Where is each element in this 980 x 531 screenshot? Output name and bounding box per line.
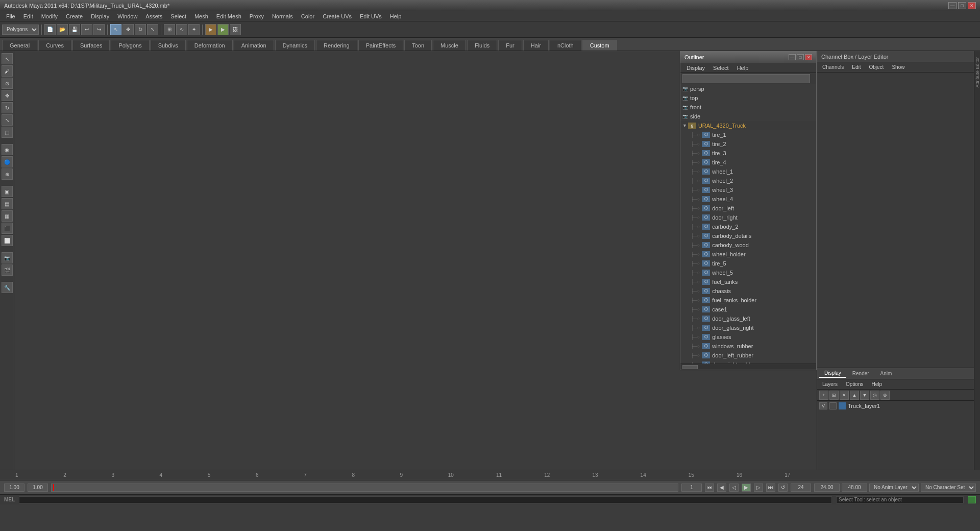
le-new-layer-btn[interactable]: +: [819, 391, 828, 400]
outliner-item-carbody2[interactable]: ├─○ ⬡ carbody_2: [680, 222, 816, 231]
save-button[interactable]: 💾: [69, 24, 80, 35]
le-tab-anim[interactable]: Anim: [875, 370, 897, 377]
outliner-minimize[interactable]: —: [789, 54, 796, 60]
cb-menu-show[interactable]: Show: [889, 63, 908, 71]
tab-polygons[interactable]: Polygons: [111, 40, 149, 51]
menu-help[interactable]: Help: [386, 12, 406, 20]
move-btn[interactable]: ✥: [2, 90, 13, 101]
paint-select-btn[interactable]: 🖌: [2, 65, 13, 77]
outliner-item-wheel5[interactable]: ├─○ ⬡ wheel_5: [680, 268, 816, 277]
outliner-item-wheel1[interactable]: ├─○ ⬡ wheel_1: [680, 167, 816, 176]
timeline-track[interactable]: [51, 484, 678, 492]
undo-button[interactable]: ↩: [81, 24, 92, 35]
outliner-item-carbody-details[interactable]: ├─○ ⬡ carbody_details: [680, 231, 816, 240]
char-set-select[interactable]: No Character Set: [921, 484, 976, 492]
snap-grid-btn[interactable]: ⊞: [164, 24, 175, 35]
menu-display[interactable]: Display: [87, 12, 113, 20]
new-scene-button[interactable]: 📄: [44, 24, 56, 35]
render-btn[interactable]: ▶: [205, 24, 216, 35]
step-back-btn[interactable]: ◀: [717, 484, 726, 492]
tab-toon[interactable]: Toon: [404, 40, 432, 51]
outliner-item-tire1[interactable]: ├─○ ⬡ tire_1: [680, 130, 816, 139]
cb-menu-channels[interactable]: Channels: [819, 63, 847, 71]
select-mode-btn[interactable]: ↖: [2, 53, 13, 64]
menu-file[interactable]: File: [2, 12, 19, 20]
outliner-item-fuel-tanks[interactable]: ├─○ ⬡ fuel_tanks: [680, 277, 816, 286]
menu-edit-mesh[interactable]: Edit Mesh: [212, 12, 246, 20]
maximize-button[interactable]: □: [958, 2, 966, 9]
menu-assets[interactable]: Assets: [141, 12, 166, 20]
outliner-item-persp[interactable]: 📷 persp: [680, 84, 816, 93]
tab-painteffects[interactable]: PaintEffects: [358, 40, 404, 51]
transform-btn[interactable]: ⬚: [2, 127, 13, 138]
snap-curve-btn[interactable]: ∿: [176, 24, 187, 35]
display-4[interactable]: ⬛: [2, 223, 13, 234]
outliner-item-case1[interactable]: ├─○ ⬡ case1: [680, 305, 816, 314]
outliner-menu-help[interactable]: Help: [733, 64, 753, 72]
hscroll-thumb[interactable]: [682, 365, 698, 369]
outliner-item-windows-rubber[interactable]: ├─○ ⬡ windows_rubber: [680, 342, 816, 351]
le-tab-display[interactable]: Display: [819, 369, 846, 378]
display-render-btn[interactable]: 🖼: [230, 24, 241, 35]
tab-custom[interactable]: Custom: [582, 40, 617, 51]
outliner-item-glasses[interactable]: ├─○ ⬡ glasses: [680, 332, 816, 342]
display-5[interactable]: ⬜: [2, 235, 13, 246]
mode-select[interactable]: Polygons: [2, 25, 39, 35]
outliner-item-wheel4[interactable]: ├─○ ⬡ wheel_4: [680, 195, 816, 204]
menu-normals[interactable]: Normals: [268, 12, 297, 20]
outliner-search-input[interactable]: [682, 74, 810, 83]
snap-point-btn[interactable]: ✦: [188, 24, 200, 35]
tab-fur[interactable]: Fur: [498, 40, 522, 51]
le-menu-help[interactable]: Help: [868, 380, 885, 388]
render-region-btn[interactable]: 📷: [2, 252, 13, 263]
go-to-start-btn[interactable]: ⏮: [705, 484, 714, 492]
menu-modify[interactable]: Modify: [37, 12, 62, 20]
sculpt-btn[interactable]: 🔵: [2, 156, 13, 167]
menu-mesh[interactable]: Mesh: [190, 12, 212, 20]
menu-color[interactable]: Color: [297, 12, 318, 20]
outliner-item-door-right-rubber[interactable]: ├─○ ⬡ door_right_rubber: [680, 360, 816, 364]
tab-curves[interactable]: Curves: [38, 40, 71, 51]
display-2[interactable]: ▤: [2, 198, 13, 209]
menu-create[interactable]: Create: [62, 12, 87, 20]
select-tool-btn[interactable]: ↖: [110, 24, 121, 35]
outliner-item-wheel-holder[interactable]: ├─○ ⬡ wheel_holder: [680, 250, 816, 259]
layer-item-truck[interactable]: V Truck_layer1: [817, 401, 980, 411]
le-select-objects-btn[interactable]: ◎: [870, 391, 879, 400]
mel-input[interactable]: [19, 496, 832, 503]
outliner-item-fuel-tanks-holder[interactable]: ├─○ ⬡ fuel_tanks_holder: [680, 296, 816, 305]
outliner-maximize[interactable]: □: [797, 54, 804, 60]
outliner-item-front[interactable]: 📷 front: [680, 103, 816, 112]
tab-muscle[interactable]: Muscle: [433, 40, 466, 51]
le-menu-options[interactable]: Options: [843, 380, 866, 388]
layer-vis-btn[interactable]: V: [819, 402, 827, 409]
play-forward-btn[interactable]: ▶: [742, 484, 751, 492]
tab-animation[interactable]: Animation: [234, 40, 274, 51]
outliner-item-tire2[interactable]: ├─○ ⬡ tire_2: [680, 139, 816, 149]
outliner-item-side[interactable]: 📷 side: [680, 112, 816, 121]
outliner-item-ural-group[interactable]: ▼ g URAL_4320_Truck: [680, 121, 816, 130]
outliner-item-door-left[interactable]: ├─○ ⬡ door_left: [680, 204, 816, 213]
timeline-val1[interactable]: 24.00: [814, 484, 840, 492]
minimize-button[interactable]: —: [948, 2, 957, 9]
le-move-up-btn[interactable]: ▲: [850, 391, 859, 400]
display-3[interactable]: ▦: [2, 210, 13, 222]
cb-menu-object[interactable]: Object: [866, 63, 887, 71]
timeline-start-input[interactable]: 1.00: [4, 484, 24, 492]
tab-subdivs[interactable]: Subdivs: [151, 40, 186, 51]
timeline-end-input[interactable]: 24: [791, 484, 811, 492]
le-delete-layer-btn[interactable]: ✕: [840, 391, 849, 400]
tab-surfaces[interactable]: Surfaces: [72, 40, 110, 51]
menu-edit-uvs[interactable]: Edit UVs: [356, 12, 386, 20]
outliner-item-door-left-rubber[interactable]: ├─○ ⬡ door_left_rubber: [680, 351, 816, 360]
outliner-close[interactable]: ✕: [805, 54, 812, 60]
tab-dynamics[interactable]: Dynamics: [275, 40, 315, 51]
outliner-item-carbody-wood[interactable]: ├─○ ⬡ carbody_wood: [680, 240, 816, 250]
soft-mod-btn[interactable]: ◉: [2, 144, 13, 155]
timeline-val2[interactable]: 48.00: [842, 484, 867, 492]
scale-tool-btn[interactable]: ⤡: [147, 24, 158, 35]
outliner-item-tire3[interactable]: ├─○ ⬡ tire_3: [680, 149, 816, 158]
timeline-frame-display[interactable]: 1: [681, 484, 702, 492]
outliner-item-tire5[interactable]: ├─○ ⬡ tire_5: [680, 259, 816, 268]
open-button[interactable]: 📂: [57, 24, 68, 35]
